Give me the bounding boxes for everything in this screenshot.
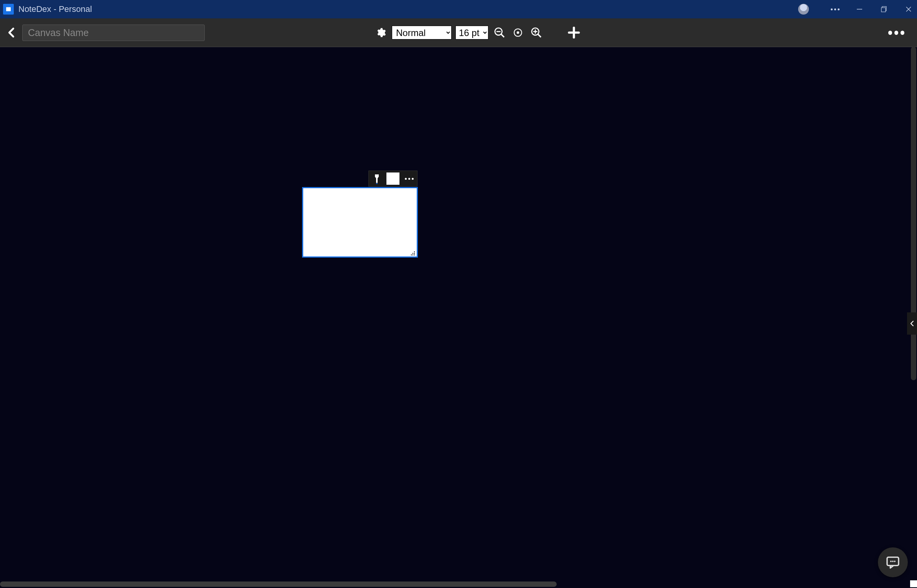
- zoom-out-icon[interactable]: [492, 25, 507, 40]
- add-button[interactable]: [567, 25, 581, 40]
- svg-point-27: [894, 561, 896, 562]
- zoom-in-icon[interactable]: [529, 25, 544, 40]
- titlebar: NoteDex - Personal: [0, 0, 917, 18]
- color-swatch[interactable]: [386, 172, 399, 185]
- horizontal-scrollbar-thumb[interactable]: [0, 581, 557, 587]
- scrollbar-corner: [910, 580, 917, 587]
- maximize-button[interactable]: [879, 4, 889, 15]
- resize-handle-icon[interactable]: [410, 250, 415, 256]
- note-more-icon[interactable]: [401, 171, 417, 186]
- gear-icon[interactable]: [373, 25, 388, 40]
- svg-point-10: [517, 31, 519, 34]
- close-button[interactable]: [903, 4, 914, 15]
- svg-point-18: [414, 251, 415, 252]
- svg-point-25: [890, 561, 892, 562]
- style-select[interactable]: Normal: [392, 26, 452, 39]
- svg-point-23: [414, 255, 415, 255]
- svg-point-21: [411, 255, 412, 255]
- back-button[interactable]: [5, 25, 18, 40]
- svg-point-20: [414, 253, 415, 254]
- horizontal-scrollbar[interactable]: [0, 580, 917, 588]
- size-select[interactable]: 16 pt: [455, 26, 488, 39]
- canvas-area[interactable]: [0, 47, 917, 580]
- note-toolbar: [368, 171, 417, 187]
- titlebar-more-icon[interactable]: [830, 4, 840, 15]
- svg-point-26: [892, 561, 894, 562]
- toolbar: Normal 16 pt: [0, 18, 917, 47]
- avatar[interactable]: [798, 4, 809, 15]
- svg-rect-0: [6, 7, 11, 11]
- canvas-name-input[interactable]: [22, 25, 205, 41]
- note-card[interactable]: [302, 187, 418, 258]
- more-options-button[interactable]: [887, 25, 905, 40]
- svg-line-7: [501, 34, 504, 37]
- svg-line-12: [538, 34, 541, 37]
- svg-rect-3: [881, 8, 886, 12]
- app-icon: [3, 4, 14, 15]
- side-panel-toggle[interactable]: [907, 312, 917, 335]
- minimize-button[interactable]: [854, 4, 865, 15]
- flashlight-icon[interactable]: [369, 171, 385, 186]
- target-icon[interactable]: [511, 25, 525, 40]
- app-title: NoteDex - Personal: [18, 4, 92, 14]
- svg-point-19: [412, 253, 413, 254]
- svg-point-22: [412, 255, 413, 255]
- chat-button[interactable]: [878, 547, 908, 577]
